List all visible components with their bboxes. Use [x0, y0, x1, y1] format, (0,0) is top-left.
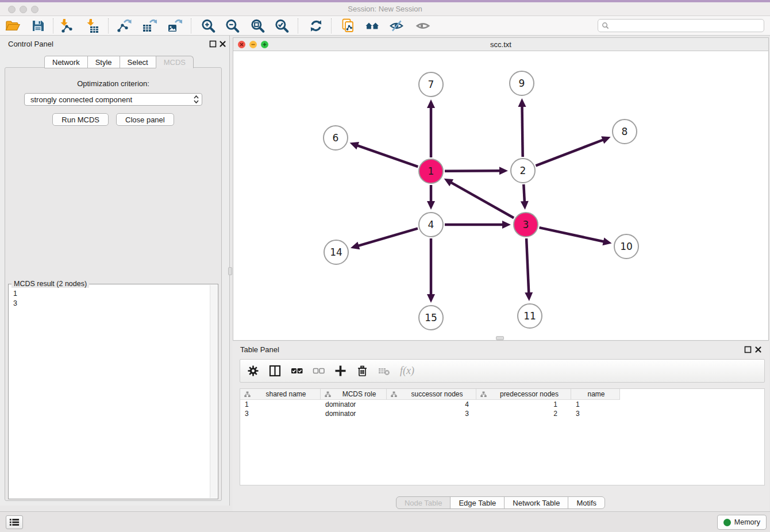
- criterion-select[interactable]: strongly connected component: [24, 93, 202, 106]
- import-network-button[interactable]: [57, 18, 74, 34]
- toolbar-separator: [331, 18, 332, 33]
- clone-network-button[interactable]: [340, 18, 356, 34]
- graph-edge-3-10[interactable]: [539, 228, 604, 242]
- table-toolbar: f(x): [240, 359, 765, 383]
- tab-node-table[interactable]: Node Table: [396, 496, 451, 509]
- table-row[interactable]: 3 dominator 3 2 3: [240, 409, 764, 418]
- tab-edge-table[interactable]: Edge Table: [450, 496, 505, 509]
- graph-edge-4-14[interactable]: [357, 229, 418, 246]
- column-header-successor-nodes[interactable]: successor nodes: [387, 389, 476, 400]
- import-network-icon: [58, 18, 73, 33]
- window-title: Session: New Session: [0, 5, 770, 13]
- table-cell[interactable]: 1: [571, 400, 620, 409]
- column-header-name[interactable]: name: [571, 389, 620, 400]
- open-session-button[interactable]: [5, 18, 21, 34]
- graph-edge-3-11[interactable]: [526, 238, 529, 294]
- table-cell[interactable]: 1: [240, 400, 321, 409]
- memory-label: Memory: [734, 518, 760, 526]
- memory-button[interactable]: Memory: [717, 515, 767, 530]
- toolbar-separator: [191, 18, 191, 33]
- table-cell[interactable]: dominator: [321, 400, 387, 409]
- criterion-selected-value: strongly connected component: [30, 95, 194, 104]
- close-icon: [754, 346, 762, 353]
- table-cell[interactable]: 3: [387, 409, 476, 418]
- control-panel-tabs: Network Style Select MCDS: [45, 56, 194, 68]
- graph-edge-1-2[interactable]: [445, 171, 500, 171]
- list-icon: [9, 518, 20, 527]
- float-panel-button[interactable]: [209, 40, 217, 48]
- tab-select[interactable]: Select: [120, 56, 156, 68]
- network-graph[interactable]: 7968124314101511: [233, 51, 768, 340]
- task-history-button[interactable]: [6, 515, 23, 529]
- trash-icon: [356, 365, 368, 377]
- select-all-checkboxes-button[interactable]: [291, 365, 303, 377]
- panel-splitter-vertical[interactable]: [228, 267, 232, 275]
- main-titlebar[interactable]: Session: New Session: [0, 2, 770, 16]
- tab-motifs[interactable]: Motifs: [568, 496, 605, 509]
- graph-node-label: 4: [428, 219, 434, 230]
- tab-network[interactable]: Network: [44, 56, 88, 68]
- table-cell[interactable]: 2: [476, 409, 571, 418]
- zoom-in-button[interactable]: [200, 18, 216, 34]
- add-column-button[interactable]: [334, 365, 346, 377]
- zoom-fit-button[interactable]: [249, 18, 265, 34]
- delete-table-button[interactable]: [378, 365, 390, 377]
- save-session-button[interactable]: [30, 18, 46, 34]
- run-mcds-button[interactable]: Run MCDS: [52, 113, 109, 126]
- tab-network-table[interactable]: Network Table: [504, 496, 568, 509]
- function-builder-button[interactable]: f(x): [400, 365, 414, 377]
- column-header-shared-name[interactable]: shared name: [240, 389, 321, 400]
- mcds-buttons-row: Run MCDS Close panel: [5, 113, 221, 126]
- delete-column-button[interactable]: [356, 365, 368, 377]
- reset-layout-button[interactable]: [364, 18, 380, 34]
- graph-edge-2-8[interactable]: [536, 140, 603, 165]
- eye-icon: [415, 18, 430, 33]
- search-input[interactable]: [611, 20, 760, 31]
- table-row[interactable]: 1 dominator 4 1 1: [240, 400, 764, 409]
- close-panel-button[interactable]: [219, 40, 226, 48]
- table-panel: Table Panel f(x) shared name MCDS role s…: [233, 342, 769, 511]
- zoom-out-icon: [225, 18, 240, 33]
- export-network-icon: [117, 18, 132, 33]
- graph-edge-3-1[interactable]: [451, 182, 514, 218]
- table-settings-button[interactable]: [247, 365, 259, 377]
- result-scrollbar[interactable]: [210, 285, 217, 498]
- table-cell[interactable]: dominator: [321, 409, 387, 418]
- float-window-icon: [744, 346, 752, 353]
- hide-panel-button[interactable]: [388, 18, 405, 34]
- graph-edge-2-3[interactable]: [523, 184, 525, 202]
- zoom-selected-button[interactable]: [274, 18, 290, 34]
- graph-edge-1-6[interactable]: [357, 145, 418, 167]
- column-header-mcds-role[interactable]: MCDS role: [321, 389, 387, 400]
- node-table: shared name MCDS role successor nodes pr…: [240, 388, 765, 485]
- table-cell[interactable]: 3: [240, 409, 321, 418]
- graph-node-label: 7: [428, 79, 434, 90]
- show-view-button[interactable]: [415, 18, 431, 34]
- close-table-panel-button[interactable]: [754, 346, 762, 353]
- table-cell[interactable]: 3: [571, 409, 620, 418]
- hierarchy-icon: [325, 391, 331, 398]
- gear-icon: [247, 365, 259, 377]
- column-header-predecessor-nodes[interactable]: predecessor nodes: [476, 389, 571, 400]
- split-columns-button[interactable]: [269, 365, 281, 377]
- graph-edge-2-9[interactable]: [522, 106, 523, 157]
- panel-splitter-horizontal[interactable]: [496, 336, 504, 340]
- zoom-selected-icon: [274, 18, 289, 33]
- optimization-criterion-label: Optimization criterion:: [5, 79, 221, 88]
- deselect-checkboxes-button[interactable]: [313, 365, 325, 377]
- table-cell[interactable]: 4: [387, 400, 476, 409]
- float-table-panel-button[interactable]: [744, 346, 752, 353]
- close-panel-action-button[interactable]: Close panel: [116, 113, 174, 126]
- zoom-out-button[interactable]: [224, 18, 240, 34]
- two-columns-icon: [269, 365, 281, 377]
- table-cell[interactable]: 1: [476, 400, 571, 409]
- network-window-titlebar[interactable]: scc.txt: [233, 38, 768, 51]
- tab-style[interactable]: Style: [87, 56, 120, 68]
- refresh-view-button[interactable]: [308, 18, 324, 34]
- tab-mcds[interactable]: MCDS: [156, 56, 194, 68]
- export-image-button[interactable]: [167, 18, 183, 34]
- import-table-button[interactable]: [84, 18, 100, 34]
- export-table-button[interactable]: [141, 18, 157, 34]
- search-icon: [602, 22, 609, 29]
- export-network-button[interactable]: [116, 18, 132, 34]
